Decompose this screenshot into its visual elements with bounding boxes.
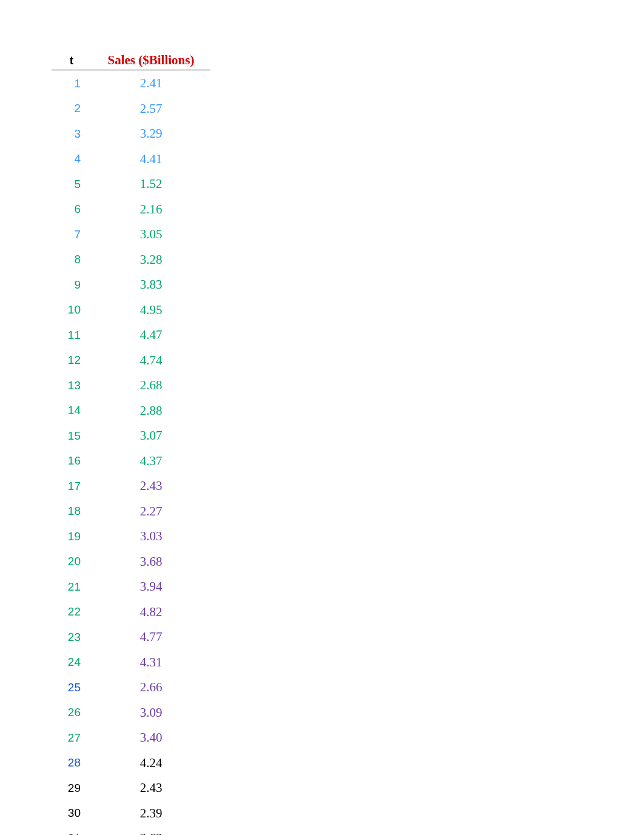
t-cell: 29: [52, 776, 92, 801]
t-cell: 13: [52, 373, 92, 398]
table-body: 12.4122.5733.2944.4151.5262.1673.0583.28…: [52, 70, 210, 836]
sales-cell: 3.05: [92, 222, 210, 247]
table-row: 132.68: [52, 373, 210, 398]
table-row: 33.29: [52, 121, 210, 147]
table-row: 224.82: [52, 600, 210, 625]
sales-cell: 3.40: [92, 725, 210, 751]
table-row: 93.83: [52, 272, 210, 298]
t-cell: 6: [52, 197, 92, 223]
t-cell: 11: [52, 323, 92, 348]
t-cell: 4: [52, 147, 92, 172]
sales-cell: 2.41: [92, 70, 210, 96]
sales-cell: 3.07: [92, 423, 210, 449]
table-row: 51.52: [52, 172, 210, 197]
table-row: 213.94: [52, 574, 210, 600]
table-row: 252.66: [52, 675, 210, 700]
table-header-row: t Sales ($Billions): [52, 52, 210, 70]
table-row: 104.95: [52, 298, 210, 323]
t-cell: 2: [52, 96, 92, 122]
t-cell: 9: [52, 272, 92, 298]
table-row: 313.63: [52, 826, 210, 835]
sales-cell: 3.94: [92, 574, 210, 600]
t-cell: 12: [52, 348, 92, 374]
sales-cell: 4.31: [92, 650, 210, 676]
sales-cell: 2.57: [92, 96, 210, 122]
sales-cell: 4.24: [92, 751, 210, 776]
t-cell: 8: [52, 247, 92, 273]
t-cell: 19: [52, 524, 92, 549]
table-row: 83.28: [52, 247, 210, 273]
sales-cell: 3.03: [92, 524, 210, 549]
sales-cell: 4.74: [92, 348, 210, 374]
table-row: 193.03: [52, 524, 210, 549]
t-cell: 30: [52, 801, 92, 827]
table-row: 12.41: [52, 70, 210, 96]
table-row: 302.39: [52, 801, 210, 827]
header-sales: Sales ($Billions): [92, 52, 210, 70]
t-cell: 27: [52, 725, 92, 751]
header-t: t: [52, 52, 92, 70]
table-row: 44.41: [52, 147, 210, 172]
sales-cell: 2.16: [92, 197, 210, 223]
t-cell: 14: [52, 398, 92, 424]
sales-cell: 4.77: [92, 625, 210, 650]
t-cell: 15: [52, 423, 92, 449]
table-row: 73.05: [52, 222, 210, 247]
t-cell: 7: [52, 222, 92, 247]
sales-cell: 3.83: [92, 272, 210, 298]
t-cell: 31: [52, 826, 92, 835]
table-row: 62.16: [52, 197, 210, 223]
sales-table: t Sales ($Billions) 12.4122.5733.2944.41…: [52, 52, 210, 835]
t-cell: 18: [52, 499, 92, 525]
sales-cell: 4.37: [92, 449, 210, 474]
sales-cell: 2.88: [92, 398, 210, 424]
t-cell: 25: [52, 675, 92, 700]
t-cell: 17: [52, 474, 92, 499]
t-cell: 24: [52, 650, 92, 676]
table-row: 182.27: [52, 499, 210, 525]
sales-cell: 3.29: [92, 121, 210, 147]
table-row: 153.07: [52, 423, 210, 449]
table-row: 234.77: [52, 625, 210, 650]
sales-cell: 3.28: [92, 247, 210, 273]
table-row: 124.74: [52, 348, 210, 374]
table-row: 164.37: [52, 449, 210, 474]
sales-cell: 2.43: [92, 474, 210, 499]
sales-cell: 2.66: [92, 675, 210, 700]
sales-cell: 4.41: [92, 147, 210, 172]
page-container: t Sales ($Billions) 12.4122.5733.2944.41…: [0, 0, 644, 835]
sales-cell: 2.39: [92, 801, 210, 827]
sales-cell: 4.95: [92, 298, 210, 323]
sales-cell: 2.68: [92, 373, 210, 398]
t-cell: 3: [52, 121, 92, 147]
table-row: 263.09: [52, 700, 210, 726]
t-cell: 20: [52, 549, 92, 575]
table-row: 244.31: [52, 650, 210, 676]
t-cell: 22: [52, 600, 92, 625]
sales-cell: 4.47: [92, 323, 210, 348]
t-cell: 5: [52, 172, 92, 197]
sales-cell: 2.43: [92, 776, 210, 801]
table-row: 292.43: [52, 776, 210, 801]
sales-cell: 2.27: [92, 499, 210, 525]
sales-cell: 4.82: [92, 600, 210, 625]
table-row: 273.40: [52, 725, 210, 751]
table-row: 284.24: [52, 751, 210, 776]
t-cell: 28: [52, 751, 92, 776]
table-row: 203.68: [52, 549, 210, 575]
sales-cell: 1.52: [92, 172, 210, 197]
sales-cell: 3.68: [92, 549, 210, 575]
t-cell: 16: [52, 449, 92, 474]
sales-cell: 3.63: [92, 826, 210, 835]
t-cell: 10: [52, 298, 92, 323]
table-row: 22.57: [52, 96, 210, 122]
t-cell: 1: [52, 70, 92, 96]
sales-cell: 3.09: [92, 700, 210, 726]
table-row: 172.43: [52, 474, 210, 499]
t-cell: 23: [52, 625, 92, 650]
table-row: 114.47: [52, 323, 210, 348]
t-cell: 26: [52, 700, 92, 726]
table-row: 142.88: [52, 398, 210, 424]
t-cell: 21: [52, 574, 92, 600]
